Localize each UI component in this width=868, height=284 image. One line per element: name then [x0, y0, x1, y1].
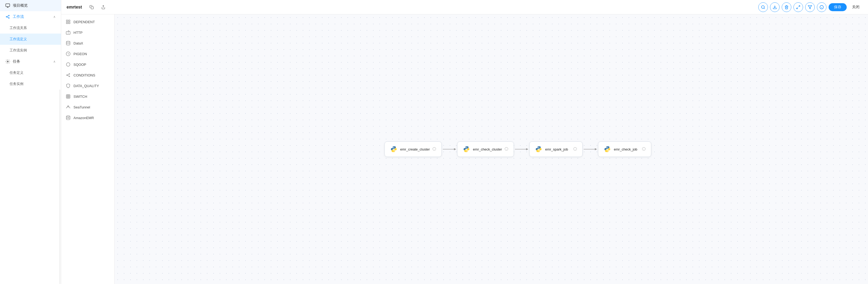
dependent-icon [65, 19, 71, 25]
task-item-seatunnel[interactable]: SeaTunnel [61, 102, 114, 112]
task-item-http[interactable]: HTTP [61, 27, 114, 38]
svg-rect-23 [69, 22, 70, 24]
seatunnel-icon [65, 105, 71, 110]
filter-button[interactable] [805, 2, 815, 12]
task-item-conditions-label: CONDITIONS [73, 73, 95, 77]
info-icon-4[interactable] [642, 147, 646, 151]
svg-rect-20 [66, 20, 68, 21]
task-item-sqoop-label: SQOOP [73, 63, 86, 66]
page-title: emrtest [67, 5, 82, 9]
svg-point-31 [69, 74, 70, 74]
search-button[interactable] [758, 2, 768, 12]
flow-arrow-2 [514, 146, 529, 152]
sidebar-item-workflow[interactable]: 工作流 ∧ [0, 11, 61, 22]
expand-button[interactable] [794, 2, 803, 12]
workflow-canvas[interactable]: emr_create_cluster [115, 15, 868, 284]
svg-line-7 [7, 17, 8, 18]
save-button[interactable]: 保存 [829, 3, 847, 11]
svg-point-51 [467, 151, 467, 151]
svg-line-34 [67, 76, 69, 76]
svg-point-27 [66, 41, 70, 42]
python-icon-3 [535, 145, 542, 153]
flow-node-emr-spark-job[interactable]: emr_spark_job [529, 141, 583, 157]
task-item-switch-label: SWITCH [73, 94, 87, 98]
task-item-pigeon-label: PIGEON [73, 52, 87, 56]
share-button[interactable] [99, 3, 107, 11]
pigeon-icon [65, 51, 71, 56]
task-item-amazonemr[interactable]: AmazonEMR [61, 112, 114, 123]
sidebar: 项目概览 工作流 ∧ 工作流关系 工作流定义 工作流实例 任务 ∧ 任务定义 任… [0, 0, 61, 284]
sidebar-item-task-instance[interactable]: 任务实例 [0, 78, 61, 89]
svg-point-5 [8, 18, 9, 19]
task-item-datax[interactable]: DataX [61, 38, 114, 49]
info-button[interactable] [817, 2, 827, 12]
sidebar-item-workflow-definition[interactable]: 工作流定义 [0, 34, 61, 45]
svg-marker-63 [595, 148, 597, 150]
info-icon-1[interactable] [432, 147, 436, 151]
task-item-seatunnel-label: SeaTunnel [73, 105, 90, 109]
flow-node-emr-create-cluster-label: emr_create_cluster [400, 147, 430, 151]
sidebar-item-workflow-relations-label: 工作流关系 [9, 26, 27, 30]
sidebar-item-workflow-relations[interactable]: 工作流关系 [0, 22, 61, 34]
toolbar: emrtest 保存 [61, 0, 868, 15]
sidebar-item-project-overview[interactable]: 项目概览 [0, 0, 61, 11]
task-panel: DEPENDENT HTTP DataX PI [61, 15, 115, 284]
sidebar-item-workflow-instance[interactable]: 工作流实例 [0, 45, 61, 56]
svg-point-65 [608, 151, 608, 151]
monitor-icon [5, 3, 10, 8]
svg-point-57 [538, 147, 539, 147]
chevron-up-icon-task: ∧ [53, 60, 56, 63]
flow-node-emr-check-cluster-label: emr_check_cluster [473, 147, 502, 151]
task-item-conditions[interactable]: CONDITIONS [61, 70, 114, 81]
conditions-icon [65, 73, 71, 78]
svg-point-8 [7, 61, 8, 62]
python-icon-4 [603, 145, 611, 153]
http-icon [65, 30, 71, 35]
svg-line-33 [67, 74, 69, 75]
flow-node-emr-create-cluster[interactable]: emr_create_cluster [384, 141, 442, 157]
copy-button[interactable] [87, 3, 96, 11]
task-item-pigeon[interactable]: PIGEON [61, 49, 114, 59]
sidebar-item-task-label: 任务 [13, 59, 20, 64]
flow-node-emr-spark-job-label: emr_spark_job [545, 147, 568, 151]
svg-marker-56 [526, 148, 528, 150]
task-item-http-label: HTTP [73, 31, 83, 35]
content-area: DEPENDENT HTTP DataX PI [61, 15, 868, 284]
sidebar-item-task[interactable]: 任务 ∧ [0, 56, 61, 67]
svg-rect-0 [6, 4, 10, 7]
gear-icon [5, 59, 10, 64]
svg-point-50 [466, 147, 466, 147]
info-icon-3[interactable] [573, 147, 577, 151]
svg-point-44 [394, 151, 395, 151]
task-item-dependent[interactable]: DEPENDENT [61, 17, 114, 27]
task-item-data-quality-label: DATA_QUALITY [73, 84, 99, 88]
svg-rect-21 [69, 20, 70, 21]
svg-point-3 [6, 17, 7, 17]
close-button[interactable]: 关闭 [849, 3, 863, 11]
task-item-sqoop[interactable]: SQOOP [61, 59, 114, 70]
svg-point-32 [69, 76, 70, 77]
sqoop-icon [65, 62, 71, 67]
flow-arrow-3 [583, 146, 598, 152]
data-quality-icon [65, 83, 71, 88]
svg-point-11 [762, 6, 765, 8]
sidebar-item-workflow-definition-label: 工作流定义 [9, 37, 27, 41]
task-item-data-quality[interactable]: DATA_QUALITY [61, 81, 114, 91]
flow-node-emr-check-job-label: emr_check_job [614, 147, 637, 151]
download-button[interactable] [770, 2, 780, 12]
svg-rect-9 [91, 7, 93, 9]
sidebar-item-task-definition[interactable]: 任务定义 [0, 67, 61, 78]
flow-node-emr-check-job[interactable]: emr_check_job [598, 141, 651, 157]
info-icon-2[interactable] [504, 147, 508, 151]
svg-point-41 [66, 116, 70, 117]
svg-rect-22 [66, 22, 68, 24]
task-item-switch[interactable]: SWITCH [61, 91, 114, 102]
delete-button[interactable] [782, 2, 791, 12]
sidebar-item-workflow-instance-label: 工作流实例 [9, 48, 27, 53]
flow-arrow-1 [442, 146, 457, 152]
main: emrtest 保存 [61, 0, 868, 284]
python-icon-2 [463, 145, 470, 153]
flow-node-emr-check-cluster[interactable]: emr_check_cluster [457, 141, 514, 157]
svg-rect-35 [66, 94, 70, 98]
workflow-icon [5, 15, 10, 19]
